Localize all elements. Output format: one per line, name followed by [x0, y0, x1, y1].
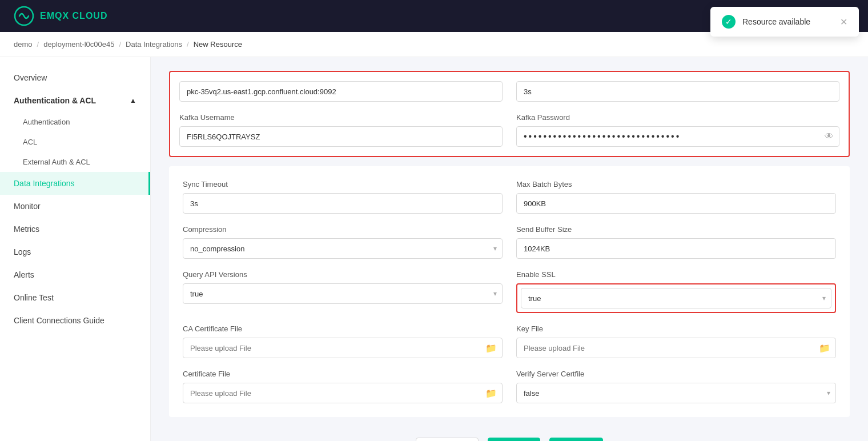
sidebar-item-authentication[interactable]: Authentication — [0, 112, 150, 132]
verify-server-select[interactable]: false true — [516, 383, 836, 403]
form-section-main: Sync Timeout Max Batch Bytes Compression… — [169, 166, 850, 417]
cancel-button[interactable]: Cancel — [416, 438, 479, 441]
sync-timeout-input[interactable] — [183, 193, 503, 214]
group-max-batch: Max Batch Bytes — [516, 180, 836, 214]
button-row: Cancel Test New — [169, 426, 850, 441]
breadcrumb-sep-2: / — [119, 40, 121, 49]
group-query-api: Query API Versions true false ▾ — [183, 270, 503, 313]
verify-server-select-wrapper: false true ▾ — [516, 383, 836, 403]
group-kafka-host — [179, 81, 503, 102]
send-buffer-size-input[interactable] — [516, 238, 836, 259]
cert-file-upload-wrapper: 📁 — [183, 383, 503, 403]
max-batch-bytes-input[interactable] — [516, 193, 836, 214]
breadcrumb-sep-3: / — [187, 40, 189, 49]
sidebar-item-data-integrations[interactable]: Data Integrations — [0, 172, 150, 195]
toast-success-icon: ✓ — [722, 15, 736, 29]
row-username-password: Kafka Username Kafka Password 👁 — [179, 113, 839, 147]
row-compression-buffer: Compression no_compression gzip snappy ▾… — [183, 225, 836, 259]
query-api-versions-select[interactable]: true false — [183, 283, 503, 304]
enable-ssl-highlight-box: true false ▾ — [516, 283, 836, 313]
group-send-buffer: Send Buffer Size — [516, 225, 836, 259]
cert-file-input[interactable] — [183, 383, 503, 403]
key-file-input[interactable] — [516, 338, 836, 358]
group-ca-cert: CA Certificate File 📁 — [183, 324, 503, 358]
ca-cert-input[interactable] — [183, 338, 503, 358]
breadcrumb-sep-1: / — [37, 40, 39, 49]
sidebar-item-auth-acl[interactable]: Authentication & ACL ▲ — [0, 89, 150, 112]
verify-server-label: Verify Server Certfile — [516, 370, 836, 378]
sidebar-item-overview[interactable]: Overview — [0, 66, 150, 89]
send-buffer-size-label: Send Buffer Size — [516, 225, 836, 234]
sidebar-item-online-test[interactable]: Online Test — [0, 286, 150, 309]
row-host-timeout — [179, 81, 839, 102]
max-batch-bytes-label: Max Batch Bytes — [516, 180, 836, 189]
sidebar: Overview Authentication & ACL ▲ Authenti… — [0, 57, 151, 441]
sync-timeout-top-input[interactable] — [516, 81, 839, 102]
toast-message: Resource available — [742, 17, 810, 26]
toast-close-button[interactable]: ✕ — [840, 17, 847, 27]
password-eye-icon[interactable]: 👁 — [825, 131, 834, 142]
breadcrumb-demo[interactable]: demo — [14, 40, 33, 49]
key-file-upload-wrapper: 📁 — [516, 338, 836, 358]
sidebar-item-logs[interactable]: Logs — [0, 240, 150, 263]
group-key-file: Key File 📁 — [516, 324, 836, 358]
ca-cert-upload-wrapper: 📁 — [183, 338, 503, 358]
sidebar-item-alerts[interactable]: Alerts — [0, 263, 150, 286]
ca-cert-folder-icon[interactable]: 📁 — [485, 343, 497, 354]
enable-ssl-label: Enable SSL — [516, 270, 836, 279]
compression-label: Compression — [183, 225, 503, 234]
auth-acl-chevron-icon: ▲ — [130, 97, 136, 105]
kafka-host-input[interactable] — [179, 81, 503, 102]
row-ca-key: CA Certificate File 📁 Key File 📁 — [183, 324, 836, 358]
compression-select[interactable]: no_compression gzip snappy — [183, 238, 503, 259]
new-button[interactable]: New — [549, 438, 603, 441]
main-content: Kafka Username Kafka Password 👁 Sync Tim… — [151, 57, 868, 441]
query-api-select-wrapper: true false ▾ — [183, 283, 503, 304]
key-file-folder-icon[interactable]: 📁 — [819, 343, 830, 354]
group-kafka-password: Kafka Password 👁 — [516, 113, 839, 147]
cert-file-label: Certificate File — [183, 370, 503, 378]
cert-file-folder-icon[interactable]: 📁 — [485, 388, 497, 399]
kafka-password-input[interactable] — [516, 126, 839, 147]
group-sync-timeout: Sync Timeout — [183, 180, 503, 214]
kafka-password-label: Kafka Password — [516, 113, 839, 122]
group-verify-server: Verify Server Certfile false true ▾ — [516, 370, 836, 403]
enable-ssl-select[interactable]: true false — [521, 288, 831, 308]
ca-cert-label: CA Certificate File — [183, 324, 503, 333]
query-api-versions-label: Query API Versions — [183, 270, 503, 279]
sidebar-item-monitor[interactable]: Monitor — [0, 195, 150, 218]
row-cert-verify: Certificate File 📁 Verify Server Certfil… — [183, 370, 836, 403]
group-compression: Compression no_compression gzip snappy ▾ — [183, 225, 503, 259]
enable-ssl-select-wrapper: true false ▾ — [521, 288, 831, 308]
group-sync-timeout-top — [516, 81, 839, 102]
group-cert-file: Certificate File 📁 — [183, 370, 503, 403]
sidebar-item-client-connections[interactable]: Client Connections Guide — [0, 309, 150, 332]
group-kafka-username: Kafka Username — [179, 113, 503, 147]
compression-select-wrapper: no_compression gzip snappy ▾ — [183, 238, 503, 259]
breadcrumb-new-resource: New Resource — [194, 40, 242, 49]
kafka-username-input[interactable] — [179, 126, 503, 147]
sidebar-item-external-auth[interactable]: External Auth & ACL — [0, 152, 150, 172]
kafka-username-label: Kafka Username — [179, 113, 503, 122]
group-enable-ssl: Enable SSL true false ▾ — [516, 270, 836, 313]
sidebar-item-acl[interactable]: ACL — [0, 132, 150, 152]
kafka-password-wrapper: 👁 — [516, 126, 839, 147]
main-layout: Overview Authentication & ACL ▲ Authenti… — [0, 57, 868, 441]
highlighted-section-top: Kafka Username Kafka Password 👁 — [169, 71, 850, 157]
test-button[interactable]: Test — [488, 438, 540, 441]
logo-text: EMQX CLOUD — [40, 11, 107, 21]
row-query-ssl: Query API Versions true false ▾ Enable S… — [183, 270, 836, 313]
sync-timeout-label: Sync Timeout — [183, 180, 503, 189]
row-sync-max: Sync Timeout Max Batch Bytes — [183, 180, 836, 214]
breadcrumb-data-integrations[interactable]: Data Integrations — [126, 40, 182, 49]
emqx-logo-icon — [14, 6, 34, 26]
logo-area: EMQX CLOUD — [14, 6, 107, 26]
key-file-label: Key File — [516, 324, 836, 333]
sidebar-item-metrics[interactable]: Metrics — [0, 218, 150, 240]
breadcrumb-deployment[interactable]: deployment-l0c00e45 — [43, 40, 114, 49]
toast-notification: ✓ Resource available ✕ — [710, 7, 859, 37]
